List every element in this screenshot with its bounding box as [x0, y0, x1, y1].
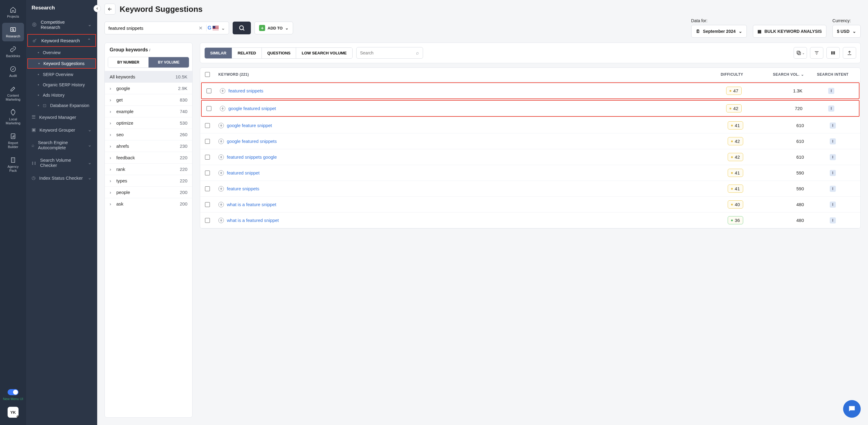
row-checkbox[interactable] [205, 186, 210, 191]
gauge-icon: ◷ [32, 175, 35, 180]
key-icon [32, 38, 38, 43]
google-icon[interactable]: G [208, 25, 211, 31]
keyword-link[interactable]: google featured snippet [228, 106, 276, 111]
keyword-link[interactable]: what is a featured snippet [227, 218, 279, 223]
add-keyword-button[interactable] [218, 186, 224, 192]
row-checkbox[interactable] [205, 202, 210, 207]
by-number-button[interactable]: BY NUMBER [108, 57, 149, 67]
col-keyword[interactable]: KEYWORD (221) [218, 73, 701, 77]
submenu-ads-history[interactable]: Ads History [26, 90, 97, 100]
keyword-input[interactable] [108, 26, 196, 31]
table-search-input[interactable] [360, 51, 416, 55]
group-row[interactable]: ›get830 [105, 94, 192, 106]
export-button[interactable] [843, 47, 856, 59]
keyword-link[interactable]: featured snippet [227, 170, 260, 175]
submenu-overview[interactable]: Overview [26, 48, 97, 58]
nav-report-builder[interactable]: Report Builder [2, 130, 24, 152]
submenu-serp-overview[interactable]: SERP Overview [26, 69, 97, 80]
nav-projects[interactable]: Projects [2, 3, 24, 22]
nav-audit[interactable]: Audit [2, 62, 24, 81]
add-keyword-button[interactable] [218, 123, 224, 128]
group-row[interactable]: ›google2.9K [105, 82, 192, 94]
menu-keyword-grouper[interactable]: ▣ Keyword Grouper ⌄ [26, 123, 97, 136]
row-checkbox[interactable] [207, 106, 211, 111]
nav-backlinks[interactable]: Backlinks [2, 42, 24, 61]
back-button[interactable] [104, 4, 116, 15]
volume-cell: 480 [749, 218, 810, 223]
keyword-link[interactable]: feature snippets [227, 186, 259, 191]
bulk-analysis-button[interactable]: ▦ BULK KEYWORD ANALYSIS [753, 25, 827, 38]
group-row[interactable]: ›seo260 [105, 129, 192, 140]
copy-button[interactable]: ⌄ [794, 47, 807, 59]
group-all-keywords[interactable]: All keywords 10.5K [105, 71, 192, 82]
nav-research[interactable]: Research [2, 23, 24, 41]
keyword-link[interactable]: what is a feature snippet [227, 202, 276, 207]
chevron-right-icon: › [110, 143, 114, 149]
collapse-sidebar-button[interactable] [94, 5, 101, 12]
submenu-organic-serp-history[interactable]: Organic SERP History [26, 80, 97, 90]
nav-content-marketing[interactable]: Content Marketing [2, 82, 24, 105]
search-icon: ⌕ [416, 50, 419, 56]
columns-button[interactable] [827, 47, 840, 59]
tab-low-search-volume[interactable]: LOW SEARCH VOLUME [296, 48, 352, 58]
menu-sidebar: Research Competitive Research ⌄ Keyword … [26, 0, 97, 425]
add-keyword-button[interactable] [220, 106, 225, 111]
svg-rect-12 [831, 51, 832, 55]
group-row[interactable]: ›types220 [105, 175, 192, 186]
select-all-checkbox[interactable] [205, 72, 210, 77]
date-selector[interactable]: 🗓 September 2024 ⌄ [691, 25, 747, 38]
menu-sv-checker[interactable]: ⫿⫿ Search Volume Checker ⌄ [26, 154, 97, 171]
chevron-down-icon[interactable]: ⌄ [221, 25, 225, 31]
avatar[interactable]: YK [8, 407, 19, 418]
keyword-link[interactable]: google feature snippet [227, 123, 272, 128]
col-intent[interactable]: SEARCH INTENT [810, 73, 856, 77]
keyword-link[interactable]: featured snippets google [227, 154, 277, 160]
nav-local-marketing[interactable]: Local Marketing [2, 106, 24, 128]
group-row[interactable]: ›rank220 [105, 163, 192, 175]
group-row[interactable]: ›ahrefs230 [105, 140, 192, 152]
clear-icon[interactable]: ✕ [196, 25, 205, 31]
submenu-keyword-suggestions[interactable]: Keyword Suggestions [27, 58, 96, 69]
add-keyword-button[interactable] [218, 139, 224, 144]
tab-related[interactable]: RELATED [232, 48, 261, 58]
add-keyword-button[interactable] [218, 154, 224, 160]
chat-fab[interactable] [843, 400, 861, 418]
add-to-button[interactable]: ＋ ADD TO ⌄ [254, 22, 293, 34]
group-row[interactable]: ›ask200 [105, 198, 192, 209]
menu-keyword-research[interactable]: Keyword Research ⌃ [27, 34, 96, 47]
by-volume-button[interactable]: BY VOLUME [149, 57, 189, 67]
add-keyword-button[interactable] [220, 88, 225, 94]
menu-toggle[interactable] [8, 389, 19, 395]
col-difficulty[interactable]: DIFFICULTY [701, 73, 749, 77]
currency-selector[interactable]: $ USD ⌄ [833, 25, 861, 38]
add-keyword-button[interactable] [218, 202, 224, 207]
chevron-down-icon: ⌄ [88, 127, 92, 133]
menu-se-autocomplete[interactable]: ⌕ Search Engine Autocomplete ⌄ [26, 136, 97, 154]
flag-us-icon[interactable] [213, 26, 219, 30]
row-checkbox[interactable] [205, 155, 210, 160]
keyword-link[interactable]: featured snippets [228, 88, 263, 93]
keyword-link[interactable]: google featured snippets [227, 139, 277, 144]
row-checkbox[interactable] [205, 171, 210, 175]
row-checkbox[interactable] [205, 139, 210, 144]
nav-agency-pack[interactable]: Agency Pack [2, 153, 24, 176]
add-keyword-button[interactable] [218, 170, 224, 176]
filter-button[interactable] [810, 47, 824, 59]
info-icon[interactable]: i [149, 48, 150, 52]
col-volume[interactable]: SEARCH VOL.⌄ [749, 73, 810, 77]
group-row[interactable]: ›people200 [105, 186, 192, 198]
search-button[interactable] [232, 22, 251, 34]
submenu-database-expansion[interactable]: ⊡Database Expansion [26, 100, 97, 111]
menu-index-checker[interactable]: ◷ Index Status Checker ⌄ [26, 171, 97, 184]
group-row[interactable]: ›example740 [105, 106, 192, 117]
group-row[interactable]: ›optimize530 [105, 117, 192, 129]
menu-competitive-research[interactable]: Competitive Research ⌄ [26, 16, 97, 33]
row-checkbox[interactable] [207, 88, 211, 93]
menu-keyword-manager[interactable]: ☰ Keyword Manager [26, 111, 97, 123]
row-checkbox[interactable] [205, 218, 210, 223]
row-checkbox[interactable] [205, 123, 210, 128]
add-keyword-button[interactable] [218, 218, 224, 223]
tab-similar[interactable]: SIMILAR [205, 48, 232, 58]
tab-questions[interactable]: QUESTIONS [262, 48, 297, 58]
group-row[interactable]: ›feedback220 [105, 152, 192, 163]
